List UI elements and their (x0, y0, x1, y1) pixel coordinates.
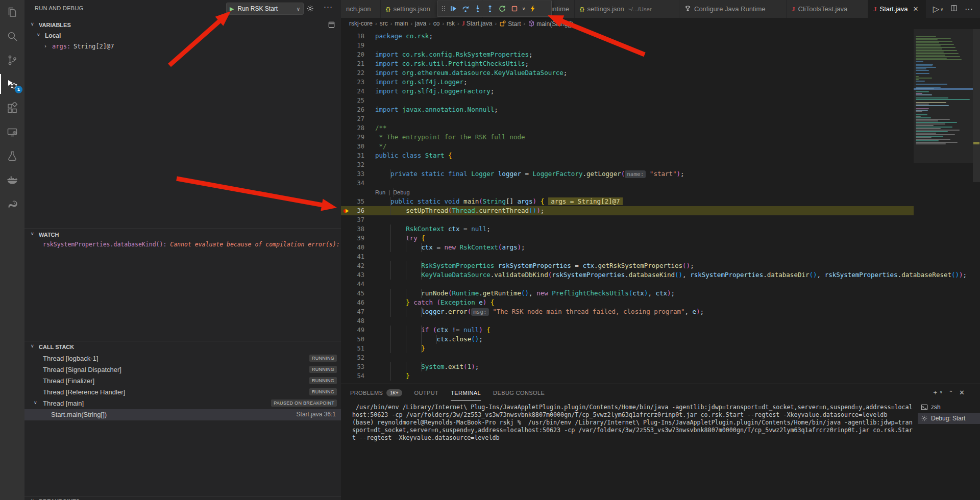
docker-icon[interactable] (0, 168, 24, 192)
hot-code-replace-icon[interactable] (527, 2, 539, 15)
extensions-icon[interactable] (0, 96, 24, 120)
code-line-33[interactable]: 33 private static final Logger logger = … (341, 169, 914, 179)
line-number[interactable]: 35 (341, 197, 364, 206)
launch-config-dropdown[interactable]: ▶ Run RSK Start ∨ (226, 3, 304, 15)
step-out-button[interactable] (484, 2, 496, 15)
panel-tab-terminal[interactable]: TERMINAL (451, 384, 481, 401)
call-stack-thread[interactable]: ∨Thread [main]PAUSED ON BREAKPOINT (24, 398, 341, 409)
code-line-47[interactable]: 47 logger.error(msg: "The RSK node main … (341, 307, 914, 316)
variable-args[interactable]: › args: String[2]@7 (24, 42, 341, 52)
code-line-48[interactable]: 48 (341, 316, 914, 326)
code-line-38[interactable]: 38 RskContext ctx = null; (341, 224, 914, 234)
line-number[interactable]: 48 (341, 316, 364, 326)
line-number[interactable]: 41 (341, 252, 364, 261)
line-number[interactable]: 44 (341, 280, 364, 289)
code-line-36[interactable]: 36 setUpThread(Thread.currentThread()); (341, 206, 914, 215)
line-number[interactable]: 53 (341, 362, 364, 371)
code-line-32[interactable]: 32 (341, 160, 914, 169)
tab-settings-json[interactable]: {}settings.json~/.../User (575, 0, 679, 18)
code-line-20[interactable]: 20import co.rsk.config.RskSystemProperti… (341, 50, 914, 59)
line-number[interactable]: 20 (341, 50, 364, 59)
breakpoint-paused-icon[interactable] (343, 207, 351, 215)
terminal-list-item-zsh[interactable]: zsh (918, 402, 980, 413)
line-number[interactable]: 33 (341, 169, 364, 179)
stack-frame-selected[interactable]: Start.main(String[])Start.java 36:1 (24, 409, 341, 420)
line-number[interactable]: 27 (341, 114, 364, 123)
line-number[interactable]: 42 (341, 261, 364, 270)
code-line-50[interactable]: 50 ctx.close(); (341, 335, 914, 344)
line-number[interactable]: 46 (341, 298, 364, 307)
more-actions-icon[interactable]: ··· (965, 5, 973, 14)
line-number[interactable]: 34 (341, 179, 364, 188)
line-number[interactable]: 31 (341, 151, 364, 160)
code-line-35[interactable]: 35 public static void main(String[] args… (341, 197, 914, 206)
tab-nch-json[interactable]: nch.json (341, 0, 381, 18)
split-editor-icon[interactable] (950, 5, 958, 14)
code-line-34[interactable]: 34 (341, 179, 914, 188)
code-line-30[interactable]: 30 */ (341, 142, 914, 151)
breadcrumb-symbol-class[interactable]: Start (499, 20, 521, 28)
watch-expression[interactable]: rskSystemProperties.databaseKind(): Cann… (43, 241, 339, 250)
line-number[interactable]: 52 (341, 353, 364, 362)
code-line-37[interactable]: 37 (341, 215, 914, 224)
line-number[interactable]: 50 (341, 335, 364, 344)
panel-tab-output[interactable]: OUTPUT (414, 384, 439, 401)
code-line-23[interactable]: 23import org.slf4j.Logger; (341, 78, 914, 87)
code-line-22[interactable]: 22import org.ethereum.datasource.KeyValu… (341, 68, 914, 78)
tab-clitoolstest-java[interactable]: JCliToolsTest.java (787, 0, 868, 18)
line-number[interactable]: 29 (341, 133, 364, 142)
breadcrumb-item[interactable]: java (415, 20, 426, 27)
line-number[interactable]: 32 (341, 160, 364, 169)
breadcrumb-item[interactable]: rsk (447, 20, 455, 27)
code-line-54[interactable]: 54 } (341, 371, 914, 381)
code-line-51[interactable]: 51 } (341, 344, 914, 353)
more-actions-icon[interactable]: ··· (324, 2, 333, 11)
gear-icon[interactable] (306, 5, 314, 14)
breadcrumb-item[interactable]: main (395, 20, 408, 27)
breadcrumb-item[interactable]: co (433, 20, 440, 27)
line-number[interactable]: 26 (341, 105, 364, 114)
line-number[interactable]: 39 (341, 234, 364, 243)
section-variables[interactable]: ∨ VARIABLES (24, 19, 341, 31)
code-line-43[interactable]: 43 KeyValueDataSource.validateDbKind(rsk… (341, 270, 914, 280)
code-line-31[interactable]: 31public class Start { (341, 151, 914, 160)
source-control-icon[interactable] (0, 48, 24, 72)
panel-tab-problems[interactable]: PROBLEMS1K+ (350, 384, 402, 401)
maximize-panel-icon[interactable]: ⌃ (949, 390, 953, 395)
terminal-output[interactable]: /usr/bin/env /Library/Internet\ Plug-Ins… (352, 404, 914, 442)
code-line-28[interactable]: 28/** (341, 123, 914, 133)
line-number[interactable]: 21 (341, 59, 364, 68)
close-panel-icon[interactable]: ✕ (959, 389, 965, 396)
remote-explorer-icon[interactable] (0, 120, 24, 144)
call-stack-thread[interactable]: Thread [Reference Handler]RUNNING (24, 387, 341, 398)
call-stack-thread[interactable]: Thread [Finalizer]RUNNING (24, 376, 341, 387)
breadcrumb-file[interactable]: JStart.java (462, 20, 493, 28)
line-number[interactable]: 19 (341, 41, 364, 50)
code-line-52[interactable]: 52 (341, 353, 914, 362)
testing-icon[interactable] (0, 144, 24, 168)
line-number[interactable]: 43 (341, 270, 364, 280)
code-line-41[interactable]: 41 (341, 252, 914, 261)
breadcrumb-item[interactable]: src (380, 20, 388, 27)
line-number[interactable]: 45 (341, 289, 364, 298)
code-line-19[interactable]: 19 (341, 41, 914, 50)
tab-configure-java-runtime[interactable]: Configure Java Runtime (679, 0, 787, 18)
code-line-53[interactable]: 53 System.exit(1); (341, 362, 914, 371)
gradle-icon[interactable] (0, 192, 24, 216)
variables-scope-local[interactable]: ∨ Local (24, 31, 341, 41)
code-line-44[interactable]: 44 (341, 280, 914, 289)
line-number[interactable]: 40 (341, 243, 364, 252)
section-breakpoints[interactable]: ∨ BREAKPOINTS (24, 496, 341, 500)
line-number[interactable]: 18 (341, 32, 364, 41)
drag-handle-icon[interactable] (440, 5, 447, 13)
code-line-24[interactable]: 24import org.slf4j.LoggerFactory; (341, 87, 914, 96)
continue-button[interactable] (447, 2, 459, 15)
code-line-45[interactable]: 45 runNode(Runtime.getRuntime(), new Pre… (341, 289, 914, 298)
line-number[interactable]: 49 (341, 326, 364, 335)
line-number[interactable]: 54 (341, 371, 364, 381)
terminal-list-item-debug-start[interactable]: Debug: Start (918, 413, 980, 424)
breadcrumb-item[interactable]: rskj-core (349, 20, 373, 27)
line-number[interactable]: 28 (341, 123, 364, 133)
code-line-18[interactable]: 18package co.rsk; (341, 32, 914, 41)
codelens-run-debug[interactable]: Run | Debug (375, 189, 410, 196)
